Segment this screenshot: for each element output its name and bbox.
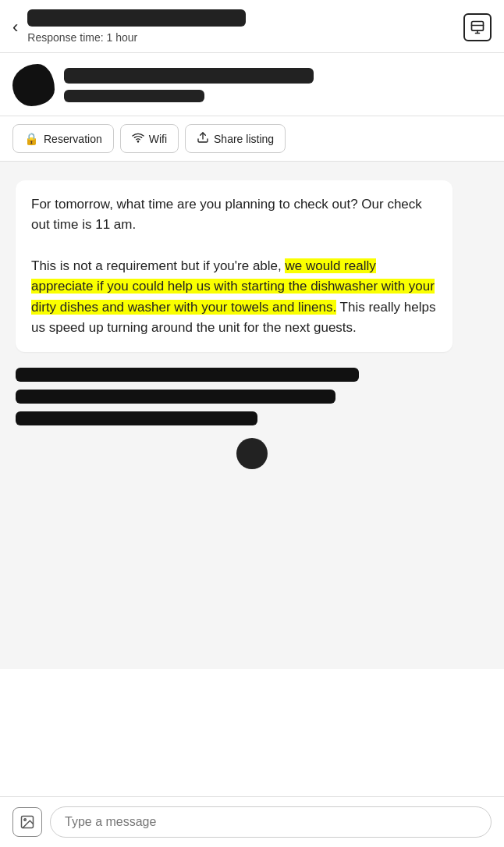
message-before-highlight: This is not a requirement but if you're …	[31, 258, 285, 273]
timestamp-area	[16, 438, 488, 469]
message-paragraph-1: For tomorrow, what time are you planning…	[31, 194, 437, 236]
profile-row	[0, 53, 504, 116]
profile-name-redacted	[64, 68, 314, 84]
back-button[interactable]: ‹	[12, 19, 18, 36]
profile-info	[64, 68, 492, 102]
redacted-message-block	[16, 368, 488, 425]
reservation-icon: 🔒	[24, 132, 39, 146]
message-input[interactable]	[50, 806, 492, 838]
response-time: Response time: 1 hour	[27, 31, 137, 44]
host-name-redacted	[27, 9, 246, 27]
wifi-icon	[132, 131, 144, 146]
share-icon	[197, 131, 209, 146]
redacted-bar-1	[16, 368, 359, 382]
reservation-button[interactable]: 🔒 Reservation	[12, 124, 114, 153]
profile-sub-redacted	[64, 90, 204, 102]
timestamp-dot	[236, 438, 268, 469]
reservation-label: Reservation	[44, 133, 102, 145]
share-listing-label: Share listing	[214, 133, 274, 145]
action-buttons-row: 🔒 Reservation Wifi Share listing	[0, 116, 504, 162]
message-area: For tomorrow, what time are you planning…	[0, 162, 504, 669]
svg-rect-0	[472, 21, 484, 30]
redacted-bar-2	[16, 390, 335, 404]
image-attach-button[interactable]	[12, 807, 42, 837]
svg-point-4	[24, 819, 26, 821]
message-paragraph-2: This is not a requirement but if you're …	[31, 256, 437, 338]
message-bubble: For tomorrow, what time are you planning…	[16, 180, 453, 352]
wifi-label: Wifi	[149, 133, 167, 145]
wifi-button[interactable]: Wifi	[120, 124, 179, 153]
inbox-icon[interactable]	[463, 13, 492, 41]
svg-point-1	[137, 141, 138, 142]
bottom-bar	[0, 796, 504, 847]
header: ‹ Response time: 1 hour	[0, 0, 504, 53]
avatar	[12, 64, 55, 106]
header-center: Response time: 1 hour	[27, 9, 463, 44]
share-listing-button[interactable]: Share listing	[185, 124, 286, 153]
redacted-bar-3	[16, 411, 257, 425]
